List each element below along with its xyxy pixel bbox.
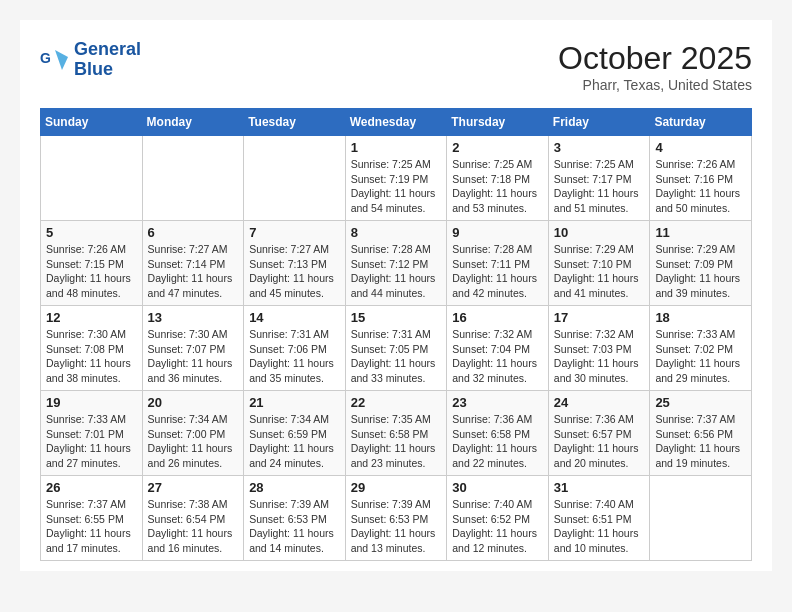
calendar-cell: 19Sunrise: 7:33 AM Sunset: 7:01 PM Dayli… <box>41 391 143 476</box>
day-number: 21 <box>249 395 340 410</box>
calendar-cell: 2Sunrise: 7:25 AM Sunset: 7:18 PM Daylig… <box>447 136 549 221</box>
calendar-cell: 13Sunrise: 7:30 AM Sunset: 7:07 PM Dayli… <box>142 306 244 391</box>
day-info: Sunrise: 7:29 AM Sunset: 7:10 PM Dayligh… <box>554 243 639 299</box>
day-number: 6 <box>148 225 239 240</box>
weekday-header-saturday: Saturday <box>650 109 752 136</box>
day-info: Sunrise: 7:40 AM Sunset: 6:52 PM Dayligh… <box>452 498 537 554</box>
calendar-cell: 14Sunrise: 7:31 AM Sunset: 7:06 PM Dayli… <box>244 306 346 391</box>
calendar-cell <box>650 476 752 561</box>
svg-text:G: G <box>40 50 51 66</box>
day-info: Sunrise: 7:28 AM Sunset: 7:12 PM Dayligh… <box>351 243 436 299</box>
day-number: 9 <box>452 225 543 240</box>
day-info: Sunrise: 7:36 AM Sunset: 6:58 PM Dayligh… <box>452 413 537 469</box>
calendar-cell: 28Sunrise: 7:39 AM Sunset: 6:53 PM Dayli… <box>244 476 346 561</box>
day-number: 31 <box>554 480 645 495</box>
day-info: Sunrise: 7:39 AM Sunset: 6:53 PM Dayligh… <box>351 498 436 554</box>
day-number: 16 <box>452 310 543 325</box>
month-title: October 2025 <box>558 40 752 77</box>
day-number: 18 <box>655 310 746 325</box>
calendar-cell: 31Sunrise: 7:40 AM Sunset: 6:51 PM Dayli… <box>548 476 650 561</box>
day-info: Sunrise: 7:32 AM Sunset: 7:03 PM Dayligh… <box>554 328 639 384</box>
day-number: 3 <box>554 140 645 155</box>
calendar-cell <box>244 136 346 221</box>
day-number: 2 <box>452 140 543 155</box>
svg-marker-1 <box>55 50 68 70</box>
logo-text: General Blue <box>74 40 141 80</box>
day-number: 28 <box>249 480 340 495</box>
weekday-header-tuesday: Tuesday <box>244 109 346 136</box>
logo-icon: G <box>40 45 70 75</box>
day-number: 26 <box>46 480 137 495</box>
calendar-cell: 23Sunrise: 7:36 AM Sunset: 6:58 PM Dayli… <box>447 391 549 476</box>
day-info: Sunrise: 7:33 AM Sunset: 7:02 PM Dayligh… <box>655 328 740 384</box>
logo: G General Blue <box>40 40 141 80</box>
day-number: 20 <box>148 395 239 410</box>
day-number: 30 <box>452 480 543 495</box>
weekday-header-sunday: Sunday <box>41 109 143 136</box>
calendar-cell: 17Sunrise: 7:32 AM Sunset: 7:03 PM Dayli… <box>548 306 650 391</box>
day-number: 19 <box>46 395 137 410</box>
day-info: Sunrise: 7:31 AM Sunset: 7:06 PM Dayligh… <box>249 328 334 384</box>
day-number: 25 <box>655 395 746 410</box>
day-info: Sunrise: 7:40 AM Sunset: 6:51 PM Dayligh… <box>554 498 639 554</box>
weekday-header-monday: Monday <box>142 109 244 136</box>
day-info: Sunrise: 7:38 AM Sunset: 6:54 PM Dayligh… <box>148 498 233 554</box>
day-number: 12 <box>46 310 137 325</box>
day-info: Sunrise: 7:27 AM Sunset: 7:13 PM Dayligh… <box>249 243 334 299</box>
day-number: 1 <box>351 140 442 155</box>
day-number: 23 <box>452 395 543 410</box>
day-info: Sunrise: 7:26 AM Sunset: 7:16 PM Dayligh… <box>655 158 740 214</box>
calendar-cell: 8Sunrise: 7:28 AM Sunset: 7:12 PM Daylig… <box>345 221 447 306</box>
day-info: Sunrise: 7:25 AM Sunset: 7:19 PM Dayligh… <box>351 158 436 214</box>
day-number: 22 <box>351 395 442 410</box>
calendar-cell: 6Sunrise: 7:27 AM Sunset: 7:14 PM Daylig… <box>142 221 244 306</box>
week-row-2: 5Sunrise: 7:26 AM Sunset: 7:15 PM Daylig… <box>41 221 752 306</box>
calendar-table: SundayMondayTuesdayWednesdayThursdayFrid… <box>40 108 752 561</box>
week-row-5: 26Sunrise: 7:37 AM Sunset: 6:55 PM Dayli… <box>41 476 752 561</box>
day-info: Sunrise: 7:32 AM Sunset: 7:04 PM Dayligh… <box>452 328 537 384</box>
calendar-cell <box>142 136 244 221</box>
day-number: 17 <box>554 310 645 325</box>
calendar-cell: 27Sunrise: 7:38 AM Sunset: 6:54 PM Dayli… <box>142 476 244 561</box>
week-row-3: 12Sunrise: 7:30 AM Sunset: 7:08 PM Dayli… <box>41 306 752 391</box>
calendar-cell <box>41 136 143 221</box>
logo-line2: Blue <box>74 59 113 79</box>
calendar-cell: 22Sunrise: 7:35 AM Sunset: 6:58 PM Dayli… <box>345 391 447 476</box>
day-number: 7 <box>249 225 340 240</box>
day-info: Sunrise: 7:27 AM Sunset: 7:14 PM Dayligh… <box>148 243 233 299</box>
calendar-cell: 12Sunrise: 7:30 AM Sunset: 7:08 PM Dayli… <box>41 306 143 391</box>
calendar-cell: 5Sunrise: 7:26 AM Sunset: 7:15 PM Daylig… <box>41 221 143 306</box>
calendar-cell: 21Sunrise: 7:34 AM Sunset: 6:59 PM Dayli… <box>244 391 346 476</box>
calendar-cell: 29Sunrise: 7:39 AM Sunset: 6:53 PM Dayli… <box>345 476 447 561</box>
day-number: 29 <box>351 480 442 495</box>
day-info: Sunrise: 7:33 AM Sunset: 7:01 PM Dayligh… <box>46 413 131 469</box>
day-number: 4 <box>655 140 746 155</box>
weekday-header-wednesday: Wednesday <box>345 109 447 136</box>
day-info: Sunrise: 7:31 AM Sunset: 7:05 PM Dayligh… <box>351 328 436 384</box>
day-number: 24 <box>554 395 645 410</box>
calendar-cell: 1Sunrise: 7:25 AM Sunset: 7:19 PM Daylig… <box>345 136 447 221</box>
calendar-cell: 7Sunrise: 7:27 AM Sunset: 7:13 PM Daylig… <box>244 221 346 306</box>
day-info: Sunrise: 7:34 AM Sunset: 7:00 PM Dayligh… <box>148 413 233 469</box>
calendar-cell: 26Sunrise: 7:37 AM Sunset: 6:55 PM Dayli… <box>41 476 143 561</box>
day-info: Sunrise: 7:29 AM Sunset: 7:09 PM Dayligh… <box>655 243 740 299</box>
calendar-cell: 20Sunrise: 7:34 AM Sunset: 7:00 PM Dayli… <box>142 391 244 476</box>
day-info: Sunrise: 7:35 AM Sunset: 6:58 PM Dayligh… <box>351 413 436 469</box>
weekday-header-friday: Friday <box>548 109 650 136</box>
day-info: Sunrise: 7:25 AM Sunset: 7:18 PM Dayligh… <box>452 158 537 214</box>
day-info: Sunrise: 7:37 AM Sunset: 6:55 PM Dayligh… <box>46 498 131 554</box>
calendar-cell: 18Sunrise: 7:33 AM Sunset: 7:02 PM Dayli… <box>650 306 752 391</box>
calendar-cell: 4Sunrise: 7:26 AM Sunset: 7:16 PM Daylig… <box>650 136 752 221</box>
day-number: 13 <box>148 310 239 325</box>
calendar-cell: 10Sunrise: 7:29 AM Sunset: 7:10 PM Dayli… <box>548 221 650 306</box>
day-number: 5 <box>46 225 137 240</box>
week-row-1: 1Sunrise: 7:25 AM Sunset: 7:19 PM Daylig… <box>41 136 752 221</box>
day-number: 11 <box>655 225 746 240</box>
page: G General Blue October 2025 Pharr, Texas… <box>20 20 772 571</box>
day-info: Sunrise: 7:25 AM Sunset: 7:17 PM Dayligh… <box>554 158 639 214</box>
day-info: Sunrise: 7:30 AM Sunset: 7:07 PM Dayligh… <box>148 328 233 384</box>
calendar-cell: 11Sunrise: 7:29 AM Sunset: 7:09 PM Dayli… <box>650 221 752 306</box>
logo-line1: General <box>74 39 141 59</box>
day-number: 15 <box>351 310 442 325</box>
calendar-cell: 30Sunrise: 7:40 AM Sunset: 6:52 PM Dayli… <box>447 476 549 561</box>
